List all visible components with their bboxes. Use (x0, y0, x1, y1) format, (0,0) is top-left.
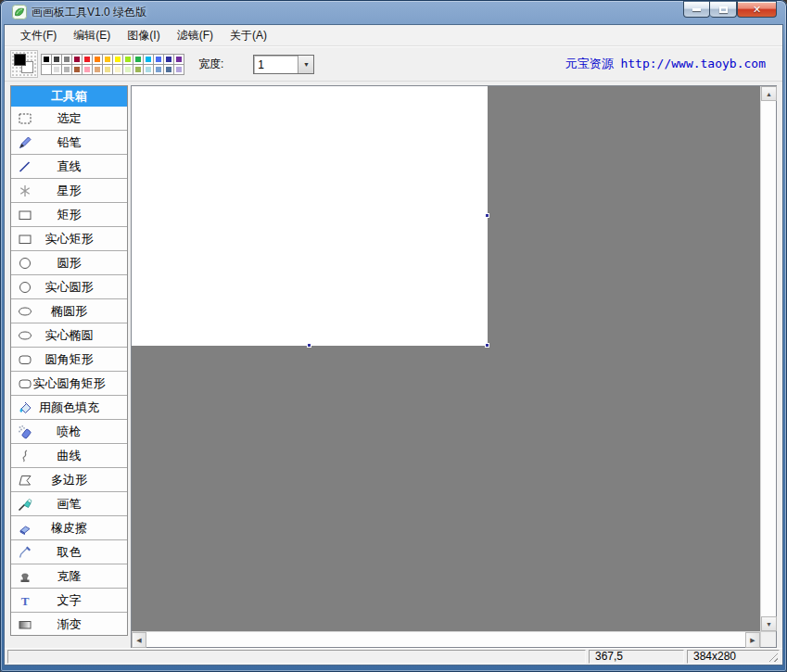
color-swatch[interactable] (93, 55, 102, 64)
gradient-icon (18, 617, 32, 632)
color-swatch[interactable] (62, 65, 71, 74)
tool-eraser[interactable]: 橡皮擦 (11, 516, 127, 540)
color-swatch[interactable] (83, 55, 92, 64)
tool-filled-ellipse[interactable]: 实心椭圆 (11, 323, 127, 348)
vertical-scrollbar[interactable]: ▲ ▼ (760, 86, 776, 631)
menu-file[interactable]: 文件(F) (12, 25, 65, 46)
color-swatch[interactable] (154, 55, 163, 64)
color-swatch[interactable] (164, 55, 173, 64)
color-swatch[interactable] (72, 55, 82, 64)
tool-star[interactable]: 星形 (11, 179, 127, 203)
scroll-left-icon[interactable]: ◀ (132, 632, 146, 648)
resize-handle-bottom[interactable] (307, 343, 311, 348)
canvas-viewport[interactable] (132, 86, 760, 631)
filled-ellipse-icon (18, 328, 32, 343)
color-swatch[interactable] (154, 65, 163, 74)
tool-filled-circle[interactable]: 实心圆形 (11, 275, 127, 299)
scroll-up-icon[interactable]: ▲ (761, 86, 777, 101)
tool-curve[interactable]: 曲线 (11, 444, 127, 468)
color-swatch[interactable] (93, 65, 102, 74)
scroll-right-icon[interactable]: ▶ (745, 632, 760, 648)
resize-handle-right[interactable] (485, 213, 489, 218)
close-icon: ✕ (753, 5, 761, 15)
color-swatch[interactable] (123, 55, 133, 64)
color-swatch[interactable] (42, 55, 51, 64)
app-icon (12, 5, 27, 19)
color-swatch[interactable] (52, 65, 61, 74)
selection-icon (18, 111, 32, 126)
promo-link[interactable]: 元宝资源 http://www.taoyb.com (565, 56, 766, 72)
tool-gradient[interactable]: 渐变 (11, 613, 127, 637)
caption-buttons: ✕ (683, 1, 777, 18)
color-swatch[interactable] (42, 65, 51, 74)
menu-edit[interactable]: 编辑(E) (65, 25, 119, 46)
main-content: 工具箱 选定 铅笔 直线 星形 (5, 82, 782, 648)
tool-circle[interactable]: 圆形 (11, 251, 127, 275)
rectangle-icon (18, 208, 32, 222)
color-swatch[interactable] (113, 55, 122, 64)
color-swatch[interactable] (164, 65, 173, 74)
color-swatch[interactable] (83, 65, 92, 74)
menu-about[interactable]: 关于(A) (222, 25, 275, 46)
maximize-icon (719, 6, 728, 13)
color-swatch[interactable] (133, 65, 143, 74)
foreground-color-swatch[interactable] (14, 54, 26, 66)
tool-clone[interactable]: 克隆 (11, 564, 127, 589)
color-swatch[interactable] (113, 65, 122, 74)
tool-airbrush[interactable]: 喷枪 (11, 420, 127, 444)
airbrush-icon (18, 425, 32, 439)
tool-line[interactable]: 直线 (11, 155, 127, 179)
horizontal-scrollbar[interactable]: ◀ ▶ (132, 631, 760, 647)
tool-filled-rounded-rect[interactable]: 实心圆角矩形 (11, 372, 127, 396)
tool-ellipse[interactable]: 椭圆形 (11, 299, 127, 323)
close-button[interactable]: ✕ (737, 1, 777, 18)
resize-handle-corner[interactable] (485, 343, 489, 348)
chevron-down-icon[interactable]: ▼ (298, 56, 313, 73)
color-picker-icon (18, 545, 32, 560)
palette-row-1 (42, 55, 184, 64)
color-swatch[interactable] (103, 55, 112, 64)
color-swatch[interactable] (52, 55, 61, 64)
minimize-button[interactable] (683, 1, 710, 18)
foreground-background-color-indicator[interactable] (10, 50, 38, 78)
width-value: 1 (254, 56, 298, 73)
color-swatch[interactable] (103, 65, 112, 74)
color-swatch[interactable] (62, 55, 71, 64)
line-icon (18, 159, 32, 174)
filled-circle-icon (18, 280, 32, 295)
tool-filled-rect[interactable]: 实心矩形 (11, 227, 127, 251)
canvas-document[interactable] (132, 86, 488, 346)
color-swatch[interactable] (174, 55, 184, 64)
pencil-icon (18, 135, 32, 150)
window-title: 画画板工具V1.0 绿色版 (32, 5, 146, 20)
maximize-button[interactable] (710, 1, 737, 18)
color-swatch[interactable] (174, 65, 184, 74)
tool-rounded-rect[interactable]: 圆角矩形 (11, 348, 127, 372)
star-icon (18, 184, 32, 198)
menubar: 文件(F) 编辑(E) 图像(I) 滤镜(F) 关于(A) (5, 25, 782, 46)
ellipse-icon (18, 304, 32, 319)
scroll-down-icon[interactable]: ▼ (761, 616, 777, 631)
tool-fill-color[interactable]: 用颜色填充 (11, 396, 127, 420)
color-swatch[interactable] (123, 65, 133, 74)
color-swatch[interactable] (133, 55, 143, 64)
clone-stamp-icon (18, 569, 32, 584)
tool-text[interactable]: T 文字 (11, 589, 127, 613)
color-swatch[interactable] (72, 65, 82, 74)
titlebar[interactable]: 画画板工具V1.0 绿色版 ✕ (4, 0, 783, 24)
color-swatch[interactable] (144, 55, 153, 64)
tool-pencil[interactable]: 铅笔 (11, 131, 127, 155)
tool-brush[interactable]: 画笔 (11, 492, 127, 516)
tool-rect[interactable]: 矩形 (11, 203, 127, 227)
canvas-area: ▲ ▼ ◀ ▶ (131, 85, 777, 648)
status-canvas-size: 384x280 (687, 650, 780, 664)
tool-polygon[interactable]: 多边形 (11, 468, 127, 492)
menu-filter[interactable]: 滤镜(F) (169, 25, 222, 46)
menu-image[interactable]: 图像(I) (119, 25, 168, 46)
width-dropdown[interactable]: 1 ▼ (253, 55, 314, 74)
status-message-panel (7, 650, 586, 664)
color-swatch[interactable] (144, 65, 153, 74)
client-area: 文件(F) 编辑(E) 图像(I) 滤镜(F) 关于(A) 宽度: 1 ▼ 元宝… (4, 24, 783, 666)
tool-color-picker[interactable]: 取色 (11, 540, 127, 564)
tool-select[interactable]: 选定 (11, 107, 127, 131)
